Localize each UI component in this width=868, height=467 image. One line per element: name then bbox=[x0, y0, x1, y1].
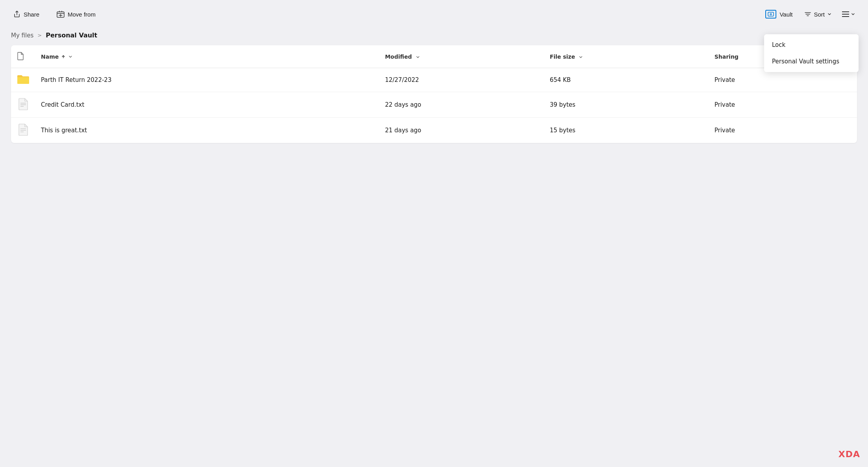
sort-label: Sort bbox=[814, 11, 825, 18]
table-row[interactable]: Parth IT Return 2022-23 12/27/2022 654 K… bbox=[11, 68, 857, 92]
col-header-icon bbox=[11, 45, 35, 68]
menu-chevron-icon bbox=[851, 12, 855, 17]
row-icon-cell bbox=[11, 68, 35, 92]
move-from-label: Move from bbox=[68, 11, 96, 18]
filesize-sort-icon bbox=[578, 55, 583, 59]
file-table-body: Parth IT Return 2022-23 12/27/2022 654 K… bbox=[11, 68, 857, 143]
vault-icon bbox=[765, 10, 776, 19]
modified-col-label: Modified bbox=[385, 54, 412, 60]
share-label: Share bbox=[24, 11, 39, 18]
xda-watermark: XDA bbox=[838, 449, 860, 459]
row-modified: 12/27/2022 bbox=[379, 68, 544, 92]
row-icon-cell bbox=[11, 118, 35, 143]
vault-settings-menu-item[interactable]: Personal Vault settings bbox=[764, 53, 859, 70]
row-filesize: 654 KB bbox=[544, 68, 709, 92]
move-from-icon bbox=[57, 11, 65, 18]
breadcrumb-root[interactable]: My files bbox=[11, 32, 33, 39]
vault-button[interactable]: Vault bbox=[761, 7, 797, 21]
document-icon bbox=[18, 98, 28, 110]
vault-dropdown-menu: Lock Personal Vault settings bbox=[764, 34, 859, 72]
file-header-icon bbox=[17, 52, 24, 60]
row-name[interactable]: Parth IT Return 2022-23 bbox=[35, 68, 379, 92]
sort-icon bbox=[804, 11, 811, 18]
col-header-modified[interactable]: Modified bbox=[379, 45, 544, 68]
name-sort-asc-icon bbox=[61, 54, 66, 59]
row-filesize: 39 bytes bbox=[544, 92, 709, 118]
sharing-col-label: Sharing bbox=[715, 54, 739, 60]
toolbar: Share Move from Vault bbox=[0, 0, 868, 28]
toolbar-right: Vault Sort Lock Personal Vault setti bbox=[761, 7, 859, 21]
folder-icon bbox=[17, 74, 30, 85]
sort-chevron-icon bbox=[827, 12, 832, 17]
name-sort-desc-icon bbox=[68, 54, 73, 59]
row-sharing: Private bbox=[709, 92, 857, 118]
col-header-filesize[interactable]: File size bbox=[544, 45, 709, 68]
lock-menu-item[interactable]: Lock bbox=[764, 37, 859, 53]
table-header: Name Modified Fi bbox=[11, 45, 857, 68]
row-name[interactable]: Credit Card.txt bbox=[35, 92, 379, 118]
col-header-name[interactable]: Name bbox=[35, 45, 379, 68]
modified-sort-icon bbox=[416, 55, 420, 59]
vault-label: Vault bbox=[779, 11, 792, 18]
document-icon bbox=[18, 123, 28, 136]
share-icon bbox=[13, 11, 20, 18]
toolbar-left: Share Move from bbox=[9, 8, 100, 20]
more-menu-button[interactable] bbox=[839, 9, 859, 19]
breadcrumb: My files > Personal Vault bbox=[0, 28, 868, 45]
move-from-button[interactable]: Move from bbox=[53, 8, 100, 20]
table-row[interactable]: Credit Card.txt 22 days ago 39 bytes Pri… bbox=[11, 92, 857, 118]
breadcrumb-separator: > bbox=[37, 32, 42, 38]
filesize-col-label: File size bbox=[550, 54, 575, 60]
file-table-container: Name Modified Fi bbox=[11, 45, 857, 143]
hamburger-icon bbox=[842, 11, 849, 17]
share-button[interactable]: Share bbox=[9, 8, 43, 20]
row-icon-cell bbox=[11, 92, 35, 118]
row-sharing: Private bbox=[709, 118, 857, 143]
row-modified: 22 days ago bbox=[379, 92, 544, 118]
sort-button[interactable]: Sort bbox=[800, 8, 836, 20]
row-filesize: 15 bytes bbox=[544, 118, 709, 143]
row-modified: 21 days ago bbox=[379, 118, 544, 143]
file-table: Name Modified Fi bbox=[11, 45, 857, 143]
breadcrumb-current: Personal Vault bbox=[46, 32, 97, 39]
row-name[interactable]: This is great.txt bbox=[35, 118, 379, 143]
name-col-label: Name bbox=[41, 54, 59, 60]
svg-point-3 bbox=[771, 14, 771, 14]
table-row[interactable]: This is great.txt 21 days ago 15 bytes P… bbox=[11, 118, 857, 143]
